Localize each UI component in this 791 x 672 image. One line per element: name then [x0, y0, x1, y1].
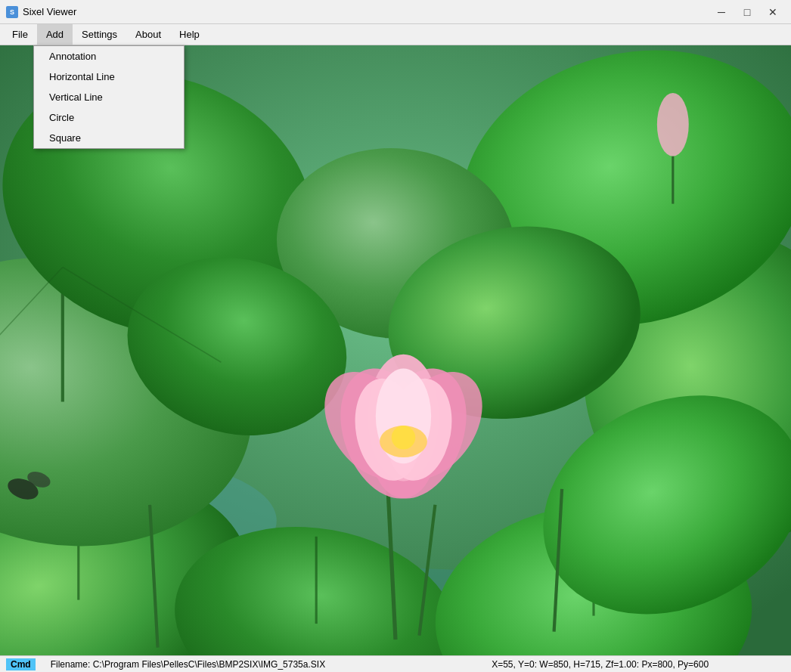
- status-bar: Cmd Filename: C:\Program Files\PellesC\F…: [0, 655, 791, 672]
- title-bar-left: S Sixel Viewer: [6, 6, 76, 18]
- restore-button[interactable]: □: [735, 3, 759, 21]
- minimize-button[interactable]: ─: [709, 3, 734, 21]
- title-bar-controls: ─ □ ✕: [709, 3, 785, 21]
- svg-point-32: [392, 426, 415, 449]
- menu-file[interactable]: File: [3, 24, 37, 45]
- menu-bar: File Add Settings About Help Annotation …: [0, 24, 791, 45]
- filename-label: Filename: C:\Program Files\PellesC\Files…: [51, 659, 325, 670]
- title-bar: S Sixel Viewer ─ □ ✕: [0, 0, 791, 24]
- menu-add[interactable]: Add: [37, 24, 73, 45]
- menu-help[interactable]: Help: [170, 24, 209, 45]
- menu-add-annotation[interactable]: Annotation: [34, 46, 184, 67]
- svg-point-35: [657, 93, 689, 156]
- menu-add-square[interactable]: Square: [34, 128, 184, 148]
- cmd-badge: Cmd: [6, 658, 36, 670]
- menu-add-circle[interactable]: Circle: [34, 107, 184, 128]
- menu-settings[interactable]: Settings: [73, 24, 126, 45]
- coords-label: X=55, Y=0: W=850, H=715, Zf=1.00: Px=800…: [492, 659, 709, 670]
- add-dropdown: Annotation Horizontal Line Vertical Line…: [33, 45, 185, 149]
- menu-add-vertical-line[interactable]: Vertical Line: [34, 87, 184, 107]
- window-title: Sixel Viewer: [23, 6, 76, 17]
- close-button[interactable]: ✕: [761, 3, 785, 21]
- app-icon: S: [6, 6, 18, 18]
- menu-about[interactable]: About: [126, 24, 170, 45]
- menu-add-horizontal-line[interactable]: Horizontal Line: [34, 67, 184, 87]
